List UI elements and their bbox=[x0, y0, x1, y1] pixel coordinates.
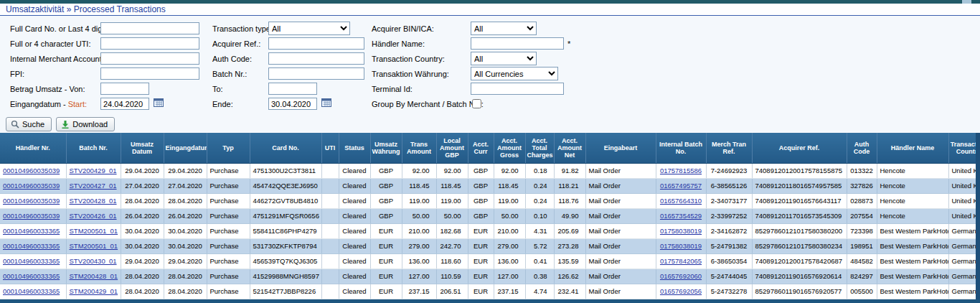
cell-umsatz-waehrung: GBP bbox=[370, 193, 402, 208]
batch-nr-link[interactable]: STM200428_01 bbox=[70, 272, 118, 280]
full-card-input[interactable] bbox=[100, 22, 199, 34]
cell-eingangdatum: 28.04.2020 bbox=[164, 284, 207, 299]
cell-batch-nr: STV200428_01 bbox=[66, 193, 121, 208]
internal-batch-no-link[interactable]: 01657354529 bbox=[660, 212, 702, 220]
cell-merch-tran-ref: 2-34162872 bbox=[706, 223, 752, 238]
download-button[interactable]: Download bbox=[56, 117, 115, 131]
col-header-haendler-nr[interactable]: Händler Nr. bbox=[0, 133, 66, 163]
internal-batch-no-link[interactable]: 01657692056 bbox=[660, 287, 702, 295]
cell-batch-nr: STV200429_01 bbox=[66, 163, 121, 178]
cell-acct-curr: GBP bbox=[468, 208, 494, 223]
cell-auth-code: 198951 bbox=[847, 238, 877, 253]
cell-card-no: 446272GVT8UB4810 bbox=[250, 193, 321, 208]
batch-nr-link[interactable]: STM200429_01 bbox=[70, 287, 118, 295]
col-header-trans-amount[interactable]: Trans Amount bbox=[402, 133, 436, 163]
col-header-umsatz-datum[interactable]: Umsatz Datum bbox=[121, 133, 164, 163]
internal-batch-no-link[interactable]: 01758038019 bbox=[660, 227, 702, 235]
transaction-country-select[interactable]: All bbox=[471, 52, 537, 65]
col-header-local-amount-gbp[interactable]: Local Amount GBP bbox=[436, 133, 468, 163]
col-header-eingabeart[interactable]: Eingabeart bbox=[585, 133, 656, 163]
terminal-id-input[interactable] bbox=[471, 83, 564, 95]
internal-batch-no-link[interactable]: 01757842065 bbox=[660, 257, 702, 265]
batch-nr-link[interactable]: STV200428_01 bbox=[70, 197, 117, 205]
col-header-merch-tran-ref[interactable]: Merch Tran Ref. bbox=[706, 133, 752, 163]
batch-nr-link[interactable]: STV200426_01 bbox=[70, 212, 117, 220]
col-header-uti[interactable]: UTI bbox=[321, 133, 339, 163]
internal-batch-no-link[interactable]: 01757815586 bbox=[660, 167, 702, 174]
cell-local-amount-gbp: 118.60 bbox=[436, 253, 468, 269]
haendler-nr-link[interactable]: 000104960035039 bbox=[3, 212, 60, 220]
cell-batch-nr: STM200429_01 bbox=[66, 284, 121, 299]
cell-eingabeart: Mail Order bbox=[585, 223, 656, 238]
transaction-type-select[interactable]: All bbox=[268, 22, 350, 35]
col-header-internal-batch-no[interactable]: Internal Batch No. bbox=[656, 133, 706, 163]
betrag-von-label: Betrag Umsatz - Von: bbox=[10, 85, 100, 93]
cell-umsatz-waehrung: EUR bbox=[370, 284, 402, 299]
cell-local-amount-gbp: 92.00 bbox=[436, 163, 468, 178]
acquirer-ref-input[interactable] bbox=[268, 37, 364, 50]
col-header-typ[interactable]: Typ bbox=[207, 133, 250, 163]
batch-nr-link[interactable]: STM200501_01 bbox=[70, 227, 118, 235]
horizontal-scrollbar[interactable] bbox=[0, 299, 980, 303]
required-mark: * bbox=[567, 39, 570, 48]
waehrung-select[interactable]: All Currencies bbox=[471, 67, 558, 80]
betrag-to-input[interactable] bbox=[268, 83, 317, 95]
internal-batch-no-link[interactable]: 01657495757 bbox=[660, 182, 702, 190]
fpi-input[interactable] bbox=[100, 67, 199, 80]
cell-acct-amount-gross: 210.00 bbox=[494, 223, 525, 238]
batch-nr-link[interactable]: STV200427_01 bbox=[70, 182, 117, 190]
haendler-nr-link[interactable]: 000104960035039 bbox=[3, 182, 60, 190]
cell-merch-tran-ref: 2-33997252 bbox=[706, 208, 752, 223]
batch-nr-link[interactable]: STM200501_01 bbox=[70, 242, 118, 250]
col-header-acquirer-ref[interactable]: Acquirer Ref. bbox=[752, 133, 847, 163]
batch-nr-link[interactable]: STV200430_01 bbox=[70, 257, 117, 265]
end-date-calendar-icon[interactable] bbox=[321, 98, 331, 107]
col-header-acct-curr[interactable]: Acct. Curr bbox=[468, 133, 494, 163]
start-date-calendar-icon[interactable] bbox=[154, 98, 164, 107]
betrag-von-input[interactable] bbox=[100, 83, 149, 95]
batch-nr-link[interactable]: STV200429_01 bbox=[70, 167, 117, 174]
cell-batch-nr: STV200426_01 bbox=[66, 208, 121, 223]
haendler-nr-link[interactable]: 000104960033365 bbox=[3, 242, 60, 250]
haendler-nr-link[interactable]: 000104960035039 bbox=[3, 197, 60, 205]
cell-status: Cleared bbox=[339, 223, 370, 238]
col-header-status[interactable]: Status bbox=[339, 133, 370, 163]
cell-trans-amount: 127.00 bbox=[402, 269, 436, 284]
internal-batch-no-link[interactable]: 01758038019 bbox=[660, 242, 702, 250]
col-header-batch-nr[interactable]: Batch Nr. bbox=[66, 133, 121, 163]
breadcrumb[interactable]: Umsatzaktivität » Processed Transactions bbox=[6, 4, 166, 14]
haendler-name-input[interactable] bbox=[471, 37, 564, 50]
haendler-nr-link[interactable]: 000104960033365 bbox=[3, 257, 60, 265]
haendler-nr-link[interactable]: 000104960033365 bbox=[3, 287, 60, 295]
haendler-nr-link[interactable]: 000104960035039 bbox=[3, 167, 60, 174]
vertical-scrollbar[interactable] bbox=[976, 133, 980, 303]
col-header-acct-total-charges[interactable]: Acct. Total Charges bbox=[525, 133, 554, 163]
group-by-checkbox[interactable] bbox=[472, 99, 481, 108]
table-row: 000104960033365STM200501_0130.04.202030.… bbox=[0, 223, 980, 238]
col-header-umsatz-waehrung[interactable]: Umsatz Währung bbox=[370, 133, 402, 163]
auth-code-input[interactable] bbox=[268, 52, 364, 65]
col-header-eingangdatum[interactable]: Eingangdatum bbox=[164, 133, 207, 163]
end-date-input[interactable] bbox=[268, 98, 317, 110]
internal-merchant-input[interactable] bbox=[100, 52, 199, 65]
search-button[interactable]: Suche bbox=[6, 117, 52, 131]
col-header-card-no[interactable]: Card No. bbox=[250, 133, 321, 163]
col-header-auth-code[interactable]: Auth Code bbox=[847, 133, 877, 163]
uti-input[interactable] bbox=[100, 37, 199, 50]
haendler-nr-link[interactable]: 000104960033365 bbox=[3, 272, 60, 280]
col-header-acct-amount-net[interactable]: Acct. Amount Net bbox=[554, 133, 585, 163]
haendler-nr-link[interactable]: 000104960033365 bbox=[3, 227, 60, 235]
acquirer-bin-select[interactable]: All bbox=[471, 22, 537, 35]
batch-nr-input[interactable] bbox=[268, 67, 364, 80]
internal-batch-no-link[interactable]: 01657664310 bbox=[660, 197, 702, 205]
col-header-haendler-name[interactable]: Händler Name bbox=[877, 133, 948, 163]
cell-batch-nr: STM200501_01 bbox=[66, 223, 121, 238]
cell-eingabeart: Mail Order bbox=[585, 238, 656, 253]
start-date-input[interactable] bbox=[100, 98, 149, 110]
cell-eingangdatum: 29.04.2020 bbox=[164, 163, 207, 178]
cell-auth-code: 723398 bbox=[847, 223, 877, 238]
col-header-acct-amount-gross[interactable]: Acct. Amount Gross bbox=[494, 133, 525, 163]
internal-batch-no-link[interactable]: 01657692060 bbox=[660, 272, 702, 280]
cell-internal-batch-no: 01657692060 bbox=[656, 269, 706, 284]
cell-acct-total-charges: 0.38 bbox=[525, 269, 554, 284]
